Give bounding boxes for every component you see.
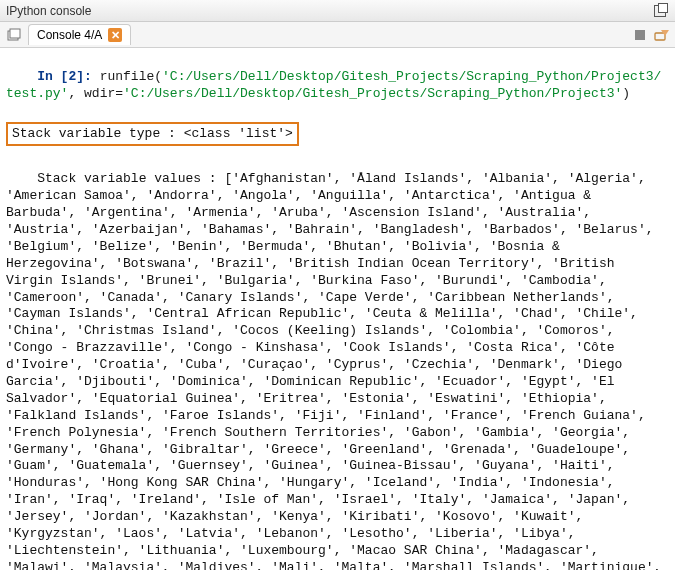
- svg-rect-3: [655, 33, 665, 40]
- undock-icon[interactable]: [651, 2, 669, 20]
- stop-icon[interactable]: [631, 26, 649, 44]
- runfile-arg2: 'C:/Users/Dell/Desktop/Gitesh_Projects/S…: [123, 86, 622, 101]
- input-line: In [2]: runfile('C:/Users/Dell/Desktop/G…: [6, 52, 669, 120]
- runfile-call: runfile(: [92, 69, 162, 84]
- console-tab-bar: Console 4/A ✕: [0, 22, 675, 48]
- svg-rect-1: [10, 29, 20, 38]
- stack-type-text: Stack variable type : <class 'list'>: [12, 126, 293, 141]
- runfile-close: ): [622, 86, 630, 101]
- stack-values-label: Stack variable values :: [37, 171, 224, 186]
- clear-icon[interactable]: [653, 26, 671, 44]
- stack-values-output: Stack variable values : ['Afghanistan', …: [6, 154, 669, 570]
- runfile-sep: , wdir=: [68, 86, 123, 101]
- stack-values-list: ['Afghanistan', 'Åland Islands', 'Albani…: [6, 171, 669, 570]
- console-tab-active[interactable]: Console 4/A ✕: [28, 24, 131, 45]
- panel-header: IPython console: [0, 0, 675, 22]
- console-output[interactable]: In [2]: runfile('C:/Users/Dell/Desktop/G…: [0, 48, 675, 570]
- svg-rect-2: [635, 30, 645, 40]
- stack-type-highlight: Stack variable type : <class 'list'>: [6, 122, 299, 147]
- panel-header-controls: [651, 2, 669, 20]
- close-tab-icon[interactable]: ✕: [108, 28, 122, 42]
- console-tab-label: Console 4/A: [37, 28, 102, 42]
- in-prompt: In [2]:: [37, 69, 92, 84]
- new-console-tab-button[interactable]: [4, 25, 24, 45]
- panel-title: IPython console: [6, 4, 91, 18]
